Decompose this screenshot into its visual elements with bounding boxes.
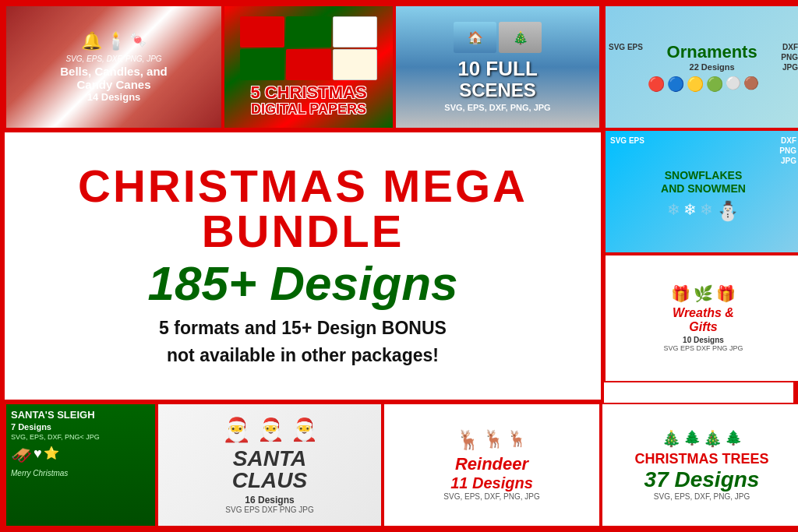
top-left-section: 🔔 🕯️ 🍬 SVG, EPS, DXF, PNG, JPG Bells, Ca…	[5, 5, 601, 129]
ornaments-count: 22 Designs	[643, 62, 781, 72]
papers-grid	[240, 16, 377, 80]
sleigh-cell: SANTA'S SLEIGH 7 Designs SVG, EPS, DXF, …	[5, 403, 157, 527]
trees-count: 37 Designs	[644, 467, 760, 492]
reindeer-formats: SVG, EPS, DXF, PNG, JPG	[443, 492, 539, 501]
wreaths-cell: 🎁 🌿 🎁 Wreaths & Gifts 10 Designs SVG EPS…	[604, 254, 798, 382]
sleigh-title: SANTA'S SLEIGH	[11, 409, 95, 421]
bundle-title-line2: BUNDLE	[78, 209, 528, 254]
snowflakes-title2: AND SNOWMEN	[661, 182, 746, 196]
trees-formats: SVG, EPS, DXF, PNG, JPG	[654, 492, 750, 501]
wreaths-formats: SVG EPS DXF PNG JPG	[663, 344, 743, 352]
scenes-cell: 🏠 🎄 10 FULL SCENES SVG, EPS, DXF, PNG, J…	[394, 5, 601, 129]
center-panel: CHRISTMAS MEGA BUNDLE 185+ Designs 5 for…	[5, 129, 601, 403]
bundle-designs-count: 185+ Designs	[78, 257, 528, 310]
ornaments-cell: SVG EPS Ornaments 22 Designs DXFPNGJPG 🔴…	[604, 5, 798, 129]
wreaths-title: Wreaths &	[673, 306, 734, 320]
santa-cell: 🎅 🎅 🎅 SANTA CLAUS 16 Designs SVG EPS DXF…	[157, 403, 383, 527]
papers-title-line2: DIGITAL PAPERS	[251, 102, 366, 118]
christmas-papers-cell: 5 CHRISTMAS DIGITAL PAPERS	[223, 5, 394, 129]
sleigh-count: 7 Designs	[11, 422, 51, 432]
santa-count: 16 Designs	[245, 495, 294, 506]
bells-title: Bells, Candles, and	[60, 65, 168, 78]
bells-formats: SVG, EPS, DXF, PNG, JPG	[65, 55, 161, 63]
ornaments-formats-right: DXFPNGJPG	[781, 42, 798, 72]
santa-formats: SVG EPS DXF PNG JPG	[225, 506, 313, 514]
snowflakes-cell: SVG EPS DXFPNGJPG SNOWFLAKES AND SNOWMEN…	[604, 129, 798, 254]
papers-title-line1: 5 CHRISTMAS	[250, 83, 366, 102]
trees-title: CHRISTMAS TREES	[634, 451, 768, 467]
bottom-left-section: SANTA'S SLEIGH 7 Designs SVG, EPS, DXF, …	[5, 403, 601, 527]
right-panel: SVG EPS Ornaments 22 Designs DXFPNGJPG 🔴…	[601, 5, 798, 403]
scenes-formats: SVG, EPS, DXF, PNG, JPG	[444, 103, 550, 112]
snowflakes-formats-left: SVG EPS	[610, 136, 644, 146]
bells-cell: 🔔 🕯️ 🍬 SVG, EPS, DXF, PNG, JPG Bells, Ca…	[5, 5, 223, 129]
sleigh-formats: SVG, EPS, DXF, PNG< JPG	[11, 433, 100, 441]
wreaths-count: 10 Designs	[683, 336, 724, 344]
reindeer-count: 11 Designs	[450, 474, 533, 492]
scenes-title-line2: SCENES	[459, 80, 536, 100]
wreaths-subtitle: Gifts	[689, 320, 717, 334]
bells-subtitle: Candy Canes	[76, 78, 150, 91]
snowflakes-formats-right: DXFPNGJPG	[779, 136, 796, 166]
sleigh-brand: Merry Christmas	[11, 469, 68, 477]
santa-title2: CLAUS	[232, 468, 307, 493]
main-bundle-container: 🔔 🕯️ 🍬 SVG, EPS, DXF, PNG, JPG Bells, Ca…	[0, 0, 798, 532]
ornaments-title: Ornaments	[643, 42, 781, 62]
ornaments-formats-left: SVG EPS	[609, 42, 643, 52]
reindeer-title: Reindeer	[455, 454, 528, 474]
scenes-title-line1: 10 FULL	[457, 58, 538, 80]
bells-count: 14 Designs	[87, 91, 141, 103]
snowflakes-title1: SNOWFLAKES	[665, 169, 743, 182]
bundle-title-line1: CHRISTMAS MEGA	[78, 164, 528, 209]
trees-cell: 🎄 🌲 🎄 🌲 CHRISTMAS TREES 37 Designs SVG, …	[601, 403, 798, 527]
bundle-subtitle: 5 formats and 15+ Design BONUS not avail…	[78, 315, 528, 368]
reindeer-cell: 🦌 🦌 🦌 Reindeer 11 Designs SVG, EPS, DXF,…	[383, 403, 601, 527]
